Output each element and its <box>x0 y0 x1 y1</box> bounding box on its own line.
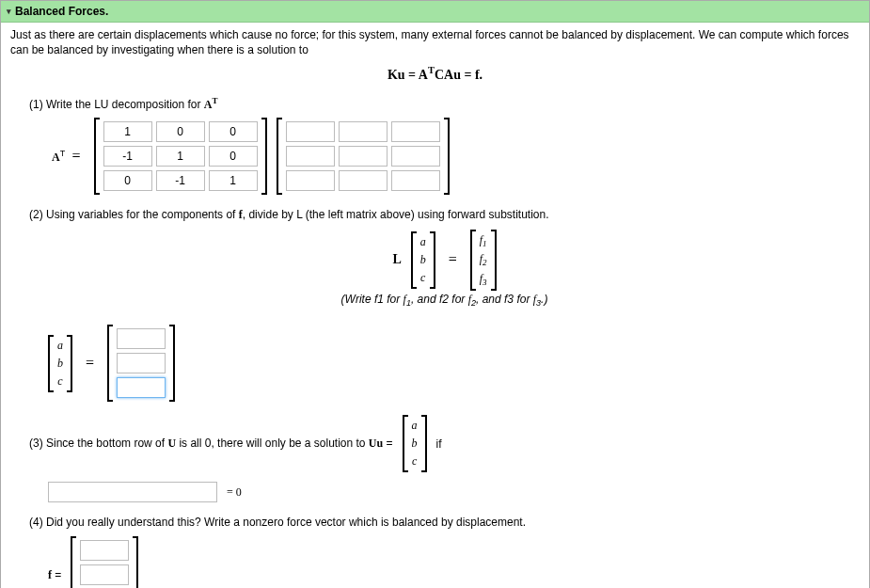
q4-f-label: f = <box>48 568 61 582</box>
panel-body: Just as there are certain displacements … <box>1 23 869 588</box>
q2-abc-left: a b c <box>48 335 72 392</box>
q2-f-vec: f1 f2 f3 <box>470 230 497 291</box>
question-3: (3) Since the bottom row of U is all 0, … <box>29 415 860 502</box>
q1-l-10[interactable] <box>103 146 152 167</box>
q1-l-01[interactable] <box>156 121 205 142</box>
intro-text: Just as there are certain displacements … <box>10 28 860 57</box>
q1-l-12[interactable] <box>209 146 258 167</box>
question-2: (2) Using variables for the components o… <box>29 208 860 403</box>
q2-abc-vec: a b c <box>411 231 435 289</box>
q1-u-matrix <box>277 118 450 195</box>
q1-u-12[interactable] <box>391 146 440 167</box>
q4-f2[interactable] <box>80 564 129 585</box>
q1-l-matrix <box>94 118 267 195</box>
q1-u-10[interactable] <box>286 146 335 167</box>
question-1: (1) Write the LU decomposition for AT AT… <box>29 96 860 195</box>
q3-prompt: (3) Since the bottom row of U is all 0, … <box>29 437 393 451</box>
question-4: (4) Did you really understand this? Writ… <box>29 516 860 588</box>
q4-prompt: (4) Did you really understand this? Writ… <box>29 516 860 529</box>
q1-u-01[interactable] <box>339 121 388 142</box>
q1-l-21[interactable] <box>156 170 205 191</box>
q2-ans-b[interactable] <box>117 353 166 373</box>
q1-l-11[interactable] <box>156 146 205 167</box>
q3-condition-input[interactable] <box>48 482 217 502</box>
q3-equals-zero: = 0 <box>227 485 242 500</box>
q1-l-20[interactable] <box>103 170 152 191</box>
q1-l-02[interactable] <box>209 121 258 142</box>
q3-if: if <box>436 437 442 451</box>
q1-u-22[interactable] <box>391 170 440 191</box>
q3-abc-vec: a b c <box>403 415 427 472</box>
q2-ans-a[interactable] <box>117 328 166 349</box>
q2-ans-c[interactable] <box>117 377 166 398</box>
q4-f-vec <box>71 536 138 588</box>
q1-u-11[interactable] <box>339 146 388 167</box>
panel-title: Balanced Forces. <box>15 5 108 18</box>
q1-u-20[interactable] <box>286 170 335 191</box>
q2-answer-vec <box>107 325 175 402</box>
q1-u-02[interactable] <box>391 121 440 142</box>
q2-hint: (Write f1 for f1, and f2 for f2, and f3 … <box>29 293 860 308</box>
collapse-icon[interactable]: ▾ <box>7 7 11 16</box>
q1-l-00[interactable] <box>103 121 152 142</box>
panel-header[interactable]: ▾ Balanced Forces. <box>1 1 869 23</box>
q1-u-00[interactable] <box>286 121 335 142</box>
q1-prompt: (1) Write the LU decomposition for AT <box>29 96 860 112</box>
problem-panel: ▾ Balanced Forces. Just as there are cer… <box>0 0 870 588</box>
q1-u-21[interactable] <box>339 170 388 191</box>
q1-lhs-label: AT = <box>52 148 85 165</box>
q1-l-22[interactable] <box>209 170 258 191</box>
q2-L-label: L <box>392 252 401 267</box>
q2-prompt: (2) Using variables for the components o… <box>29 208 860 222</box>
q4-f1[interactable] <box>80 540 129 561</box>
main-equation: Ku = ATCAu = f. <box>10 65 860 83</box>
